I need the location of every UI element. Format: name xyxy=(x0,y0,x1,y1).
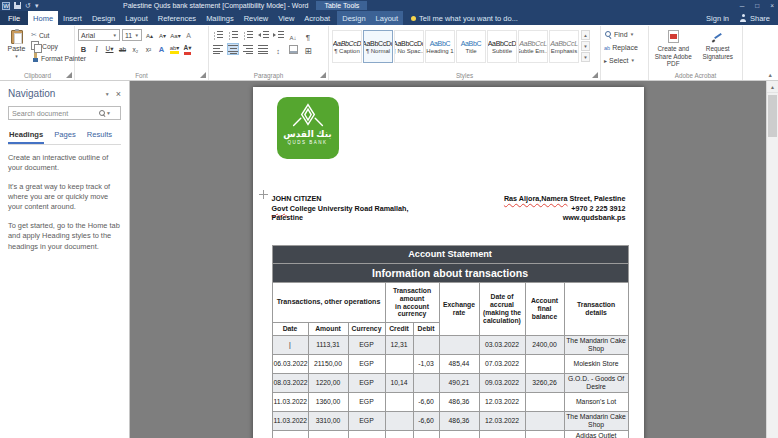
cell-debit[interactable] xyxy=(413,431,439,438)
cell-currency[interactable]: EGP xyxy=(348,336,385,355)
decrease-indent-button[interactable] xyxy=(257,29,269,41)
italic-button[interactable] xyxy=(91,43,102,55)
font-family-combo[interactable]: Arial▼ xyxy=(78,29,120,41)
cell-accrual-date[interactable]: 09.03.2022 xyxy=(479,374,525,393)
grow-font-button[interactable] xyxy=(144,29,155,41)
cell-final-balance[interactable] xyxy=(525,393,564,412)
paste-button[interactable]: Paste ▾ xyxy=(4,28,29,70)
cell-accrual-date[interactable]: 12.03.2022 xyxy=(479,412,525,431)
minimize-button[interactable]: ─ xyxy=(740,2,745,9)
tab-review[interactable]: Review xyxy=(239,11,274,25)
font-size-combo[interactable]: 11▼ xyxy=(122,29,142,41)
search-input[interactable] xyxy=(12,109,98,118)
style-caption[interactable]: AaBbCcD¶ Caption xyxy=(332,30,362,63)
nav-tab-results[interactable]: Results xyxy=(86,129,113,144)
strikethrough-button[interactable] xyxy=(117,43,128,55)
cell-accrual-date[interactable]: 07.03.2022 xyxy=(479,355,525,374)
align-center-button[interactable] xyxy=(227,43,239,55)
cell-accrual-date[interactable] xyxy=(479,431,525,438)
clear-formatting-button[interactable] xyxy=(183,29,194,41)
create-pdf-button[interactable]: Create and Share Adobe PDF xyxy=(652,28,695,70)
styles-scroll-up-icon[interactable]: ▲ xyxy=(581,30,590,40)
font-color-button[interactable] xyxy=(182,43,193,55)
cell-credit[interactable]: 10,14 xyxy=(385,374,413,393)
cell-details[interactable]: Manson's Lot xyxy=(564,393,628,412)
justify-button[interactable] xyxy=(257,43,269,55)
shrink-font-button[interactable] xyxy=(157,29,168,41)
align-left-button[interactable] xyxy=(212,43,224,55)
style-subtitle[interactable]: AaBbCcDSubtitle xyxy=(487,30,517,63)
cell-details[interactable]: The Mandarin Cake Shop xyxy=(564,336,628,355)
paragraph-dialog-launcher[interactable] xyxy=(320,72,326,78)
cell-currency[interactable] xyxy=(348,431,385,438)
style-emphasis[interactable]: AaBbCcLEmphasis xyxy=(549,30,579,63)
cell-credit[interactable] xyxy=(385,393,413,412)
cell-final-balance[interactable]: 2400,00 xyxy=(525,336,564,355)
cell-date[interactable]: 11.03.2022 xyxy=(272,412,308,431)
tab-mailings[interactable]: Mailings xyxy=(201,11,239,25)
shading-button[interactable] xyxy=(287,43,299,55)
cell-details[interactable]: Adidas Outlet xyxy=(564,431,628,438)
save-icon[interactable] xyxy=(14,2,21,9)
bullets-button[interactable] xyxy=(212,29,224,41)
style-no-spac[interactable]: AaBbCcDc¶ No Spac... xyxy=(394,30,424,63)
cell-date[interactable]: 11.03.2022 xyxy=(272,393,308,412)
nav-tab-headings[interactable]: Headings xyxy=(8,129,44,144)
cell-debit[interactable]: -6,60 xyxy=(413,393,439,412)
tell-me-box[interactable]: Tell me what you want to do... xyxy=(411,11,518,25)
cell-debit[interactable] xyxy=(413,336,439,355)
find-button[interactable]: Find▼ xyxy=(604,28,645,41)
collapse-ribbon-icon[interactable]: ▲ xyxy=(768,72,773,78)
customize-qat-icon[interactable]: ▾ xyxy=(35,1,39,10)
increase-indent-button[interactable] xyxy=(272,29,284,41)
cell-amount[interactable]: 21150,00 xyxy=(308,355,348,374)
cell-final-balance[interactable] xyxy=(525,412,564,431)
clipboard-dialog-launcher[interactable] xyxy=(66,72,72,78)
cell-amount[interactable]: 1360,00 xyxy=(308,393,348,412)
sort-button[interactable] xyxy=(287,29,299,41)
cell-final-balance[interactable]: 3260,26 xyxy=(525,374,564,393)
subscript-button[interactable] xyxy=(130,43,141,55)
cell-exchange-rate[interactable]: 486,36 xyxy=(439,393,479,412)
sign-in-button[interactable]: Sign in xyxy=(706,14,729,23)
cell-exchange-rate[interactable] xyxy=(439,336,479,355)
scroll-up-icon[interactable]: ▲ xyxy=(767,81,778,93)
cell-exchange-rate[interactable]: 485,44 xyxy=(439,355,479,374)
navigation-close-icon[interactable]: × xyxy=(116,89,121,99)
cell-exchange-rate[interactable] xyxy=(439,431,479,438)
tab-view[interactable]: View xyxy=(273,11,299,25)
font-dialog-launcher[interactable] xyxy=(200,72,206,78)
undo-icon[interactable]: ↺ xyxy=(25,1,31,10)
tab-layout[interactable]: Layout xyxy=(120,11,153,25)
select-button[interactable]: Select▼ xyxy=(604,54,645,67)
cell-credit[interactable] xyxy=(385,431,413,438)
style-title[interactable]: AaBbCTitle xyxy=(456,30,486,63)
share-button[interactable]: Share xyxy=(740,14,770,23)
underline-button[interactable] xyxy=(104,43,115,55)
document-search-box[interactable]: ▼ xyxy=(8,106,121,120)
cell-credit[interactable] xyxy=(385,412,413,431)
align-right-button[interactable] xyxy=(242,43,254,55)
tab-design[interactable]: Design xyxy=(87,11,120,25)
close-button[interactable]: × xyxy=(770,2,774,9)
search-options-icon[interactable]: ▼ xyxy=(106,110,111,116)
context-tab-design[interactable]: Design xyxy=(337,11,370,25)
cell-date[interactable]: 08.03.2022 xyxy=(272,374,308,393)
cell-currency[interactable]: EGP xyxy=(348,412,385,431)
scrollbar-thumb[interactable] xyxy=(768,95,777,137)
cell-currency[interactable]: EGP xyxy=(348,374,385,393)
tab-references[interactable]: References xyxy=(153,11,201,25)
cell-exchange-rate[interactable]: 486,36 xyxy=(439,412,479,431)
cell-debit[interactable]: -1,03 xyxy=(413,355,439,374)
multilevel-list-button[interactable] xyxy=(242,29,254,41)
style-heading-1[interactable]: AaBbCHeading 1 xyxy=(425,30,455,63)
cell-accrual-date[interactable]: 12.03.2022 xyxy=(479,393,525,412)
highlight-button[interactable] xyxy=(169,43,180,55)
tab-home[interactable]: Home xyxy=(28,11,58,25)
navigation-options-icon[interactable]: ▼ xyxy=(105,91,110,97)
styles-dialog-launcher[interactable] xyxy=(592,72,598,78)
numbering-button[interactable] xyxy=(227,29,239,41)
cell-credit[interactable] xyxy=(385,355,413,374)
vertical-scrollbar[interactable]: ▲ xyxy=(766,81,778,438)
document-page[interactable]: بنك القدس QUDS BANK JOHN CITIZEN Govt Co… xyxy=(253,87,644,438)
